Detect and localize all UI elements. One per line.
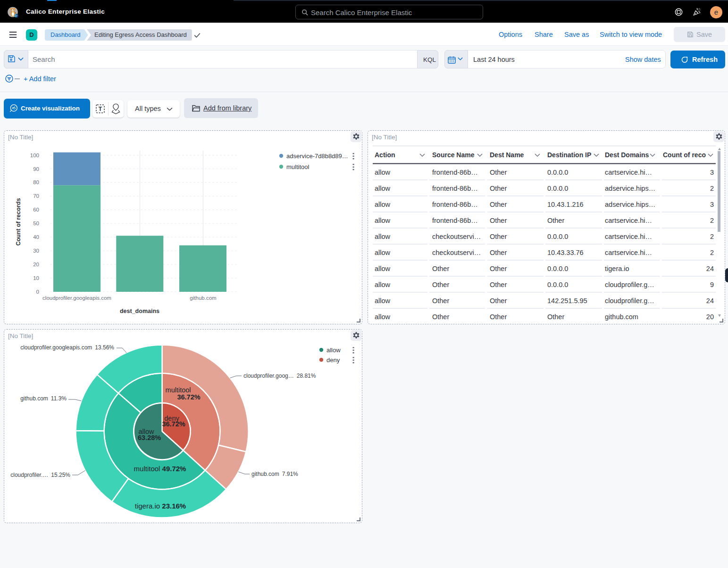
svg-text:10: 10 (33, 275, 39, 281)
svg-text:63.28%: 63.28% (138, 434, 161, 441)
svg-text:Dest Domains: Dest Domains (605, 151, 649, 159)
svg-text:Other: Other (490, 217, 507, 224)
svg-text:Other: Other (432, 313, 449, 321)
svg-text:multitool 49.72%: multitool 49.72% (134, 465, 186, 473)
svg-text:T: T (99, 106, 102, 112)
svg-text:70: 70 (33, 193, 39, 199)
svg-text:allow: allow (375, 265, 391, 272)
svg-text:cloudprofiler.googleapis.com13: cloudprofiler.googleapis.com13.56% (20, 344, 114, 351)
svg-text:allow: allow (375, 217, 391, 224)
svg-text:10.43.1.216: 10.43.1.216 (547, 201, 584, 208)
svg-text:cartservice.hi…: cartservice.hi… (605, 233, 652, 240)
svg-text:0.0.0.0: 0.0.0.0 (547, 265, 568, 272)
svg-text:2: 2 (710, 233, 714, 240)
svg-text:9: 9 (710, 281, 714, 288)
svg-text:cartservice.hi…: cartservice.hi… (605, 217, 652, 224)
svg-text:Other: Other (490, 265, 507, 272)
svg-text:0.0.0.0: 0.0.0.0 (547, 169, 568, 176)
svg-text:Other: Other (490, 185, 507, 192)
svg-text:36.72%: 36.72% (162, 420, 185, 428)
svg-text:90: 90 (33, 166, 39, 172)
svg-text:Other: Other (490, 233, 507, 240)
svg-text:allow: allow (375, 233, 391, 240)
svg-text:github.com11.3%: github.com11.3% (20, 395, 67, 402)
svg-text:cloudprofiler.g…: cloudprofiler.g… (605, 281, 654, 288)
svg-text:deny: deny (326, 356, 340, 364)
svg-text:Other: Other (490, 169, 507, 176)
svg-text:0.0.0.0: 0.0.0.0 (547, 185, 568, 192)
svg-text:36.72%: 36.72% (177, 393, 200, 401)
svg-text:cartservice.hi…: cartservice.hi… (605, 169, 652, 176)
svg-text:dest_domains: dest_domains (120, 308, 159, 314)
svg-text:Count of records: Count of records (15, 198, 22, 246)
svg-text:checkoutservi…: checkoutservi… (432, 233, 481, 240)
svg-text:Count of reco: Count of reco (663, 151, 706, 159)
svg-text:Destination IP: Destination IP (547, 151, 591, 159)
svg-text:Other: Other (490, 297, 507, 305)
svg-text:allow: allow (326, 347, 341, 354)
svg-text:24: 24 (706, 297, 714, 305)
svg-text:24: 24 (706, 265, 714, 272)
svg-text:frontend-86b…: frontend-86b… (432, 169, 478, 176)
svg-text:Other: Other (490, 201, 507, 208)
svg-text:allow: allow (375, 185, 391, 192)
svg-text:Other: Other (490, 313, 507, 321)
svg-text:2: 2 (710, 249, 714, 256)
svg-text:frontend-86b…: frontend-86b… (432, 185, 478, 192)
svg-text:2: 2 (710, 217, 714, 224)
svg-text:Other: Other (490, 281, 507, 288)
svg-text:allow: allow (375, 169, 391, 176)
svg-text:checkoutservi…: checkoutservi… (432, 249, 481, 256)
svg-text:cloudprofiler.googleapis.com: cloudprofiler.googleapis.com (42, 295, 111, 301)
svg-text:adservice.hips…: adservice.hips… (605, 201, 655, 208)
svg-text:github.com: github.com (605, 313, 638, 321)
svg-text:Other: Other (547, 217, 564, 224)
svg-text:allow: allow (375, 249, 391, 256)
svg-text:frontend-86b…: frontend-86b… (432, 217, 478, 224)
svg-text:allow: allow (375, 313, 391, 321)
svg-text:80: 80 (33, 179, 39, 185)
svg-text:0.0.0.0: 0.0.0.0 (547, 233, 568, 240)
svg-text:multitool: multitool (166, 386, 191, 394)
svg-text:cartservice.hi…: cartservice.hi… (605, 249, 652, 256)
svg-text:3: 3 (710, 201, 714, 208)
svg-text:50: 50 (33, 220, 39, 226)
svg-text:tigera.io: tigera.io (605, 265, 629, 272)
svg-text:cloudprofiler.…15.25%: cloudprofiler.…15.25% (10, 472, 70, 478)
svg-text:Dest Name: Dest Name (490, 151, 524, 159)
svg-text:20: 20 (706, 313, 714, 321)
svg-text:Other: Other (432, 281, 449, 288)
svg-text:cloudprofiler.goog…28.81%: cloudprofiler.goog…28.81% (243, 373, 316, 379)
svg-text:cloudprofiler.g…: cloudprofiler.g… (605, 297, 654, 305)
svg-text:20: 20 (33, 262, 39, 267)
svg-text:github.com: github.com (190, 295, 216, 301)
svg-text:3: 3 (710, 169, 714, 176)
svg-text:allow: allow (375, 281, 391, 288)
svg-text:Other: Other (432, 297, 449, 305)
svg-text:frontend-86b…: frontend-86b… (432, 201, 478, 208)
svg-text:Other: Other (432, 265, 449, 272)
svg-text:Source Name: Source Name (432, 151, 475, 159)
svg-text:2: 2 (710, 185, 714, 192)
svg-text:adservice-7d8b8d89…: adservice-7d8b8d89… (286, 153, 348, 160)
svg-text:tigera.io 23.16%: tigera.io 23.16% (135, 502, 186, 510)
svg-text:allow: allow (375, 297, 391, 305)
svg-text:multitool: multitool (286, 163, 310, 170)
svg-text:0.0.0.0: 0.0.0.0 (547, 281, 568, 288)
svg-text:30: 30 (33, 248, 39, 254)
svg-text:0: 0 (36, 289, 39, 295)
svg-text:100: 100 (30, 153, 39, 158)
svg-text:10.43.33.76: 10.43.33.76 (547, 249, 584, 256)
svg-text:Other: Other (490, 249, 507, 256)
svg-text:142.251.5.95: 142.251.5.95 (547, 297, 587, 305)
svg-text:40: 40 (33, 234, 39, 240)
svg-text:Action: Action (375, 151, 395, 159)
svg-text:adservice.hips…: adservice.hips… (605, 185, 655, 192)
svg-text:Other: Other (547, 313, 564, 321)
svg-text:60: 60 (33, 207, 39, 212)
svg-text:github.com7.91%: github.com7.91% (251, 471, 298, 477)
svg-text:allow: allow (375, 201, 391, 208)
